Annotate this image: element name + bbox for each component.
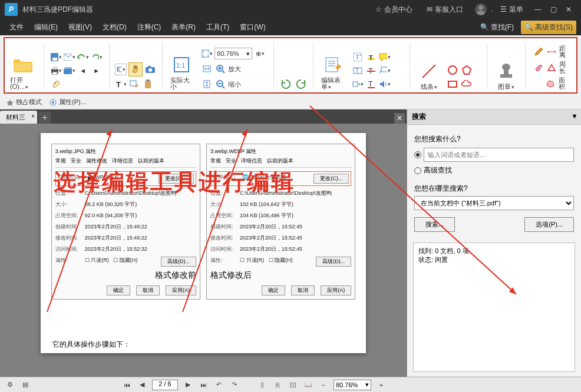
sb-zoom-out-icon[interactable]: − [318,380,329,390]
open-folder-icon[interactable] [12,54,34,76]
edit-object-icon[interactable] [128,78,140,90]
sb-book-icon[interactable]: 📖 [303,380,313,390]
user-avatar[interactable] [475,4,487,15]
svg-rect-14 [130,81,136,86]
menu-tool[interactable]: 工具(T) [202,20,234,35]
stamp-icon[interactable] [495,60,517,82]
document-canvas[interactable]: 3.webp.JPG 属性 常规安全属性修改详细信息以前的版本 打开方式:📷 W… [0,124,407,377]
sub-toolbar: 独占模式 属性(P)... [0,95,581,109]
minimize-button[interactable]: — [530,5,546,14]
file-ops-group: ◄ ► [50,41,103,90]
menu-form[interactable]: 表单(R) [167,20,200,35]
close-all-tabs-button[interactable]: × [394,113,405,124]
prev-page-icon[interactable]: ◄ [77,65,89,77]
advanced-search-radio[interactable]: 高级查找 [414,165,574,175]
main-menu-button[interactable]: ☰ 菜单 [500,5,523,15]
search-scope-select[interactable]: 在当前文档中 ("材料三.pdf") [414,196,574,210]
hand-tool-icon[interactable] [128,62,143,77]
find-button[interactable]: 🔍 查找(F) [477,21,517,34]
menu-document[interactable]: 文档(D) [98,20,131,35]
zoom-out-icon[interactable] [214,78,226,90]
menu-edit[interactable]: 编辑(E) [29,20,62,35]
svg-rect-6 [64,68,72,74]
undo-icon[interactable] [77,51,89,63]
zoom-value-input[interactable]: 80.76%▾ [214,48,252,59]
rect-icon[interactable] [447,78,458,90]
attach-icon[interactable] [50,78,62,90]
actual-size-icon[interactable]: 1:1 [170,54,193,76]
member-center-link[interactable]: ☆ 会员中心 [375,5,412,15]
close-button[interactable]: ✕ [561,5,576,14]
sb-gear-icon[interactable]: ⚙ [5,380,15,390]
sb-zoom-in-icon[interactable]: + [376,380,387,390]
area-icon[interactable] [544,78,556,89]
edit-text-icon[interactable]: T [115,78,127,90]
link-icon[interactable] [352,78,364,90]
circle-icon[interactable] [447,64,458,76]
sound-icon[interactable] [379,78,391,90]
fit-height-icon[interactable] [201,78,213,90]
callout-icon[interactable] [379,65,391,77]
eraser-icon[interactable] [533,62,544,74]
exclusive-mode-button[interactable]: 独占模式 [6,98,42,107]
prev-page-nav-icon[interactable]: ◀ [137,380,147,390]
clipboard-icon[interactable] [142,78,154,90]
save-icon[interactable] [50,51,62,63]
search-options-button[interactable]: 选项(P)... [524,217,574,232]
scan-icon[interactable] [64,65,75,77]
distance-icon[interactable] [546,46,557,58]
search-button[interactable]: 搜索... [414,217,455,232]
sb-two-page-icon[interactable]: ▯▯ [288,380,298,390]
search-input[interactable] [424,148,574,162]
menu-file[interactable]: 文件 [5,20,28,35]
fit-view-icon[interactable] [201,48,213,59]
svg-text:T: T [116,80,121,88]
snapshot-icon[interactable] [144,64,156,75]
pencil-icon[interactable] [533,46,544,58]
highlight-icon[interactable]: T [365,51,377,63]
maximize-button[interactable]: ▢ [546,5,561,14]
strikethrough-icon[interactable]: T [365,65,377,77]
add-tab-button[interactable]: + [39,112,51,124]
first-page-icon[interactable]: ⏮ [121,380,132,390]
zoom-plus-icon[interactable]: ⊕ [254,48,266,59]
advanced-find-button[interactable]: 🔍 高级查找(S) [521,21,576,34]
perimeter-icon[interactable] [546,62,557,74]
page-number-input[interactable]: 2 / 6 [152,380,178,390]
menu-view[interactable]: 视图(V) [64,20,97,35]
redo-icon[interactable] [91,51,103,63]
last-page-icon[interactable]: ⏭ [198,380,209,390]
print-icon[interactable] [50,65,62,77]
sb-zoom-input[interactable]: 80.76%▾ [334,380,371,390]
menu-comment[interactable]: 注释(C) [133,20,166,35]
menu-window[interactable]: 窗口(W) [235,20,270,35]
fwd-nav-icon[interactable]: ↷ [229,380,239,390]
next-page-icon[interactable]: ► [91,65,103,77]
properties-button[interactable]: 属性(P)... [49,98,86,107]
search-panel-menu-icon[interactable]: ▾ [573,112,576,122]
next-page-nav-icon[interactable]: ▶ [183,380,193,390]
cloud-icon[interactable] [461,78,473,90]
tab-close-icon[interactable]: × [31,113,35,119]
service-entry-link[interactable]: ✉ 客服入口 [427,5,463,15]
document-tab[interactable]: 材料三 × [0,111,37,124]
textbox-icon[interactable]: T [352,65,364,77]
mail-icon[interactable] [64,51,75,63]
zoom-in-icon[interactable] [214,63,226,75]
back-nav-icon[interactable]: ↶ [213,380,224,390]
fit-width-icon[interactable] [201,63,213,75]
add-text-icon[interactable]: T+ [352,51,364,63]
sb-single-page-icon[interactable]: ▯ [257,380,268,390]
rotate-cw-icon[interactable] [280,78,292,90]
underline-icon[interactable]: T [365,78,377,90]
sb-continuous-icon[interactable]: ⎘ [272,380,283,390]
polygon-icon[interactable] [461,64,473,76]
sb-layout-icon[interactable]: ▤ [20,380,31,390]
text-select-icon[interactable]: I [115,64,127,75]
edit-form-icon[interactable] [322,54,345,76]
open-label[interactable]: 打开(O)... [10,77,36,90]
search-term-radio[interactable] [414,148,574,162]
note-icon[interactable] [379,51,391,63]
rotate-ccw-icon[interactable] [295,78,307,90]
line-tool-icon[interactable] [418,60,440,82]
